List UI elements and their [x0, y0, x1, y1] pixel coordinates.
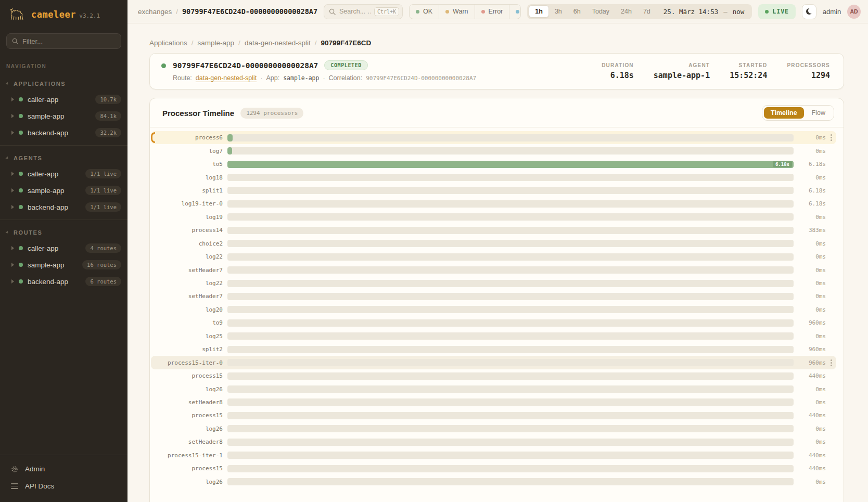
- route-link[interactable]: data-gen-nested-split: [196, 74, 257, 82]
- range-button-7d[interactable]: 7d: [637, 6, 656, 17]
- timeline-row[interactable]: log26 0ms: [151, 422, 836, 435]
- duration-bar-fill: [227, 134, 233, 141]
- toggle-timeline[interactable]: Timeline: [764, 107, 803, 119]
- health-dot-icon: [19, 205, 23, 209]
- page-breadcrumb: Applications/sample-app/data-gen-nested-…: [149, 39, 844, 47]
- section-header[interactable]: ROUTES: [0, 225, 127, 240]
- time-range-display[interactable]: 25. März 14:53—now: [656, 8, 750, 16]
- expand-arrow-icon[interactable]: [11, 205, 14, 209]
- status-filter-trace[interactable]: [509, 5, 521, 19]
- sidebar-item-backend-app[interactable]: backend-app 32.2k: [0, 124, 127, 141]
- timeline-row[interactable]: log19-iter-0 6.18s: [151, 197, 836, 210]
- sidebar-filter-input[interactable]: Filter...: [6, 33, 121, 49]
- processor-label: choice2: [151, 240, 223, 247]
- status-filter-ok[interactable]: OK: [410, 5, 439, 19]
- camel-logo-icon: [8, 7, 26, 22]
- expand-arrow-icon[interactable]: [11, 131, 14, 135]
- timeline-row[interactable]: log19 0ms: [151, 211, 836, 224]
- breadcrumb-link[interactable]: Applications: [149, 39, 187, 47]
- processor-timeline-card: Processor Timeline 1294 processors Timel…: [149, 98, 844, 502]
- timeline-row[interactable]: choice2 0ms: [151, 237, 836, 250]
- timeline-row[interactable]: log22 0ms: [151, 277, 836, 290]
- sidebar-item-admin[interactable]: Admin: [0, 460, 127, 478]
- duration-bar-fill: 6.18s: [227, 161, 794, 168]
- expand-arrow-icon[interactable]: [11, 246, 14, 250]
- range-button-1h[interactable]: 1h: [529, 5, 549, 18]
- timeline-row[interactable]: setHeader7 0ms: [151, 263, 836, 276]
- section-header[interactable]: AGENTS: [0, 151, 127, 165]
- timeline-row[interactable]: setHeader8 0ms: [151, 435, 836, 448]
- filter-label: Warn: [453, 8, 468, 15]
- expand-arrow-icon[interactable]: [11, 279, 14, 284]
- row-duration: 6.18s: [800, 200, 826, 207]
- row-menu-icon[interactable]: [826, 358, 836, 367]
- range-button-3h[interactable]: 3h: [549, 6, 568, 17]
- timeline-row[interactable]: log25 0ms: [151, 330, 836, 343]
- breadcrumb-link[interactable]: sample-app: [198, 39, 235, 47]
- brand: cameleer v3.2.1: [0, 0, 127, 28]
- status-filter-error[interactable]: Error: [475, 5, 510, 19]
- range-button-today[interactable]: Today: [586, 6, 615, 17]
- expand-arrow-icon[interactable]: [11, 97, 14, 101]
- search-input[interactable]: Search... … Ctrl+K: [324, 4, 403, 19]
- section-title: APPLICATIONS: [14, 81, 66, 87]
- timeline-row[interactable]: process15-iter-1 440ms: [151, 449, 836, 462]
- timeline-row[interactable]: to5 6.18s 6.18s: [151, 158, 836, 171]
- sidebar-item-backend-app[interactable]: backend-app 1/1 live: [0, 199, 127, 215]
- duration-bar-track: [227, 240, 794, 247]
- range-button-6h[interactable]: 6h: [568, 6, 586, 17]
- live-badge[interactable]: LIVE: [758, 4, 796, 19]
- sidebar-item-backend-app[interactable]: backend-app 6 routes: [0, 273, 127, 290]
- avatar[interactable]: AD: [847, 5, 861, 19]
- timeline-row[interactable]: process6 0ms: [151, 131, 836, 144]
- status-filter-warn[interactable]: Warn: [439, 5, 475, 19]
- row-duration: 0ms: [800, 306, 826, 313]
- row-duration: 440ms: [800, 452, 826, 459]
- toggle-flow[interactable]: Flow: [805, 107, 832, 119]
- sidebar-item-api-docs[interactable]: API Docs: [0, 478, 127, 495]
- timeline-row[interactable]: setHeader8 0ms: [151, 396, 836, 409]
- section-header[interactable]: APPLICATIONS: [0, 76, 127, 91]
- sidebar-item-sample-app[interactable]: sample-app 16 routes: [0, 256, 127, 273]
- row-menu-icon[interactable]: [826, 134, 836, 142]
- timeline-row[interactable]: setHeader7 0ms: [151, 290, 836, 303]
- processor-label: setHeader8: [151, 439, 223, 445]
- row-duration: 6.18s: [800, 187, 826, 194]
- timeline-title: Processor Timeline: [162, 109, 234, 118]
- expand-arrow-icon[interactable]: [11, 172, 14, 176]
- section-title: AGENTS: [14, 155, 42, 161]
- theme-toggle-button[interactable]: [802, 4, 816, 19]
- timeline-row[interactable]: process15 440ms: [151, 462, 836, 475]
- timeline-row[interactable]: process15-iter-0 960ms: [151, 356, 836, 369]
- expand-arrow-icon[interactable]: [11, 263, 14, 267]
- expand-arrow-icon[interactable]: [11, 114, 14, 118]
- sidebar-item-sample-app[interactable]: sample-app 1/1 live: [0, 182, 127, 199]
- row-duration: 0ms: [800, 174, 826, 181]
- timeline-row[interactable]: log7 0ms: [151, 144, 836, 157]
- timeline-row[interactable]: split1 6.18s: [151, 184, 836, 197]
- breadcrumb-link[interactable]: data-gen-nested-split: [245, 39, 311, 47]
- health-dot-icon: [19, 131, 23, 135]
- timeline-row[interactable]: log26 0ms: [151, 475, 836, 488]
- timeline-row[interactable]: log26 0ms: [151, 382, 836, 395]
- timeline-row[interactable]: to9 960ms: [151, 316, 836, 329]
- sidebar-item-sample-app[interactable]: sample-app 84.1k: [0, 108, 127, 124]
- row-duration: 960ms: [800, 359, 826, 366]
- timeline-row[interactable]: log20 0ms: [151, 303, 836, 316]
- topbar: exchanges / 90799F47E6CD24D-000000000000…: [127, 0, 868, 23]
- timeline-row[interactable]: log18 0ms: [151, 171, 836, 184]
- range-button-24h[interactable]: 24h: [615, 6, 637, 17]
- timeline-row[interactable]: process14 383ms: [151, 224, 836, 237]
- timeline-row[interactable]: process15 440ms: [151, 369, 836, 382]
- timeline-row[interactable]: process15 440ms: [151, 409, 836, 422]
- timeline-row[interactable]: log22 0ms: [151, 250, 836, 263]
- sidebar-item-caller-app[interactable]: caller-app 10.7k: [0, 91, 127, 108]
- stat-duration: DURATION 6.18s: [602, 62, 634, 80]
- sidebar-item-caller-app[interactable]: caller-app 1/1 live: [0, 165, 127, 182]
- health-dot-icon: [19, 172, 23, 176]
- expand-arrow-icon[interactable]: [11, 188, 14, 192]
- sidebar-item-caller-app[interactable]: caller-app 4 routes: [0, 240, 127, 256]
- live-label: LIVE: [772, 8, 789, 15]
- timeline-row[interactable]: split2 960ms: [151, 343, 836, 356]
- breadcrumb-section[interactable]: exchanges: [138, 8, 172, 16]
